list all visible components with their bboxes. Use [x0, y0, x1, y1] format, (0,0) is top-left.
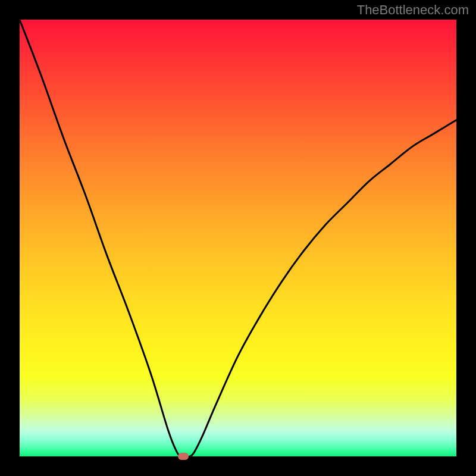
watermark-text: TheBottleneck.com [357, 2, 469, 18]
bottleneck-curve [20, 20, 456, 456]
chart-plot-area [20, 20, 456, 456]
optimal-point-marker [178, 453, 189, 460]
